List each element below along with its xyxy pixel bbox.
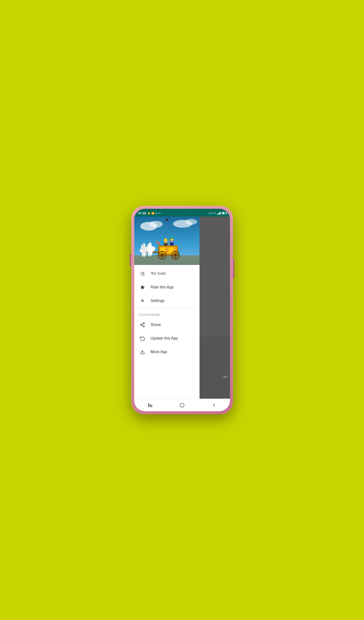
menu-item-settings[interactable]: Settings	[134, 294, 200, 308]
svg-point-70	[140, 324, 142, 326]
svg-rect-5	[134, 255, 200, 265]
svg-marker-68	[140, 285, 144, 289]
wifi-icon: 📶	[151, 212, 154, 215]
svg-line-73	[142, 324, 143, 325]
svg-point-61	[171, 236, 173, 238]
camera-dot	[166, 218, 168, 221]
status-right: Vo) LTE	[208, 212, 226, 215]
svg-rect-63	[140, 273, 141, 274]
back-button[interactable]	[208, 399, 220, 411]
svg-rect-47	[149, 251, 150, 255]
communicate-section-header: Communicate	[134, 310, 200, 318]
behind-rows	[200, 217, 230, 399]
svg-rect-40	[143, 252, 144, 256]
star-icon	[139, 284, 146, 291]
svg-rect-64	[140, 275, 141, 275]
wrench-icon	[139, 297, 146, 304]
header-image	[134, 217, 200, 265]
drawer-header	[134, 217, 200, 265]
menu-item-update-app[interactable]: Update this App	[134, 332, 200, 345]
phone-device: 07:36 🔔 📶 ⊕ ••• Vo) LTE	[131, 206, 233, 414]
share-label: Share	[151, 323, 161, 327]
svg-line-72	[142, 325, 143, 326]
menu-item-share[interactable]: Share	[134, 318, 200, 332]
svg-rect-33	[148, 253, 149, 256]
navigation-bar	[134, 399, 230, 411]
menu-item-gita-adhyay[interactable]: গীতা অধ্যায়	[134, 267, 200, 280]
rate-app-label: Rate this App	[151, 285, 174, 289]
svg-point-4	[185, 219, 197, 225]
svg-point-2	[149, 221, 163, 228]
signal-bars	[217, 212, 221, 215]
list-icon	[139, 270, 146, 277]
behind-row-7	[200, 296, 230, 310]
svg-rect-75	[148, 403, 149, 407]
status-time: 07:36	[138, 211, 146, 215]
download-icon	[139, 349, 146, 355]
behind-row-3	[200, 243, 230, 256]
content-area: গীতা অধ্যায় Rate this App	[134, 217, 230, 399]
behind-row-6	[200, 283, 230, 296]
svg-rect-67	[142, 275, 144, 275]
svg-rect-77	[151, 405, 152, 407]
gita-adhyay-label: গীতা অধ্যায়	[151, 271, 166, 276]
svg-rect-53	[164, 240, 167, 241]
behind-row-9	[200, 323, 230, 336]
chariot-illustration	[134, 217, 200, 265]
compass-icon: ⊕	[155, 212, 157, 215]
behind-row-5	[200, 270, 230, 283]
svg-point-69	[143, 323, 144, 324]
menu-divider	[134, 309, 200, 309]
status-icons: 🔔 📶 ⊕ •••	[147, 212, 161, 215]
phone-screen-container: 07:36 🔔 📶 ⊕ ••• Vo) LTE	[134, 209, 230, 411]
main-content-behind: যোগ	[200, 217, 230, 399]
svg-rect-41	[145, 252, 146, 256]
screen: 07:36 🔔 📶 ⊕ ••• Vo) LTE	[134, 209, 230, 411]
navigation-drawer: গীতা অধ্যায় Rate this App	[134, 217, 200, 399]
svg-rect-48	[151, 251, 152, 255]
svg-point-78	[180, 403, 184, 407]
recent-apps-button[interactable]	[144, 399, 156, 411]
behind-row-4	[200, 256, 230, 270]
update-icon	[139, 335, 146, 342]
svg-rect-62	[140, 272, 141, 273]
battery-icon	[222, 212, 226, 214]
alarm-icon: 🔔	[147, 212, 150, 215]
settings-label: Settings	[151, 299, 165, 303]
more-icon: •••	[158, 212, 161, 215]
home-button[interactable]	[176, 399, 188, 411]
svg-rect-26	[142, 253, 143, 257]
behind-row-8	[200, 310, 230, 323]
svg-rect-59	[170, 239, 173, 240]
svg-point-50	[149, 243, 150, 244]
svg-rect-76	[150, 404, 151, 407]
menu-item-more-app[interactable]: More App	[134, 345, 200, 359]
behind-text: যোগ	[223, 375, 228, 379]
update-app-label: Update this App	[151, 336, 178, 341]
svg-rect-65	[142, 272, 144, 273]
svg-point-43	[143, 244, 144, 245]
behind-row-1	[200, 217, 230, 230]
more-app-label: More App	[151, 350, 167, 354]
status-left: 07:36 🔔 📶 ⊕ •••	[138, 211, 161, 215]
network-label: Vo) LTE	[208, 212, 216, 214]
svg-rect-66	[142, 273, 144, 274]
svg-point-71	[143, 326, 144, 327]
share-icon	[139, 321, 146, 328]
status-bar: 07:36 🔔 📶 ⊕ ••• Vo) LTE	[134, 209, 230, 217]
drawer-menu: গীতা অধ্যায় Rate this App	[134, 265, 200, 399]
menu-item-rate-app[interactable]: Rate this App	[134, 280, 200, 294]
behind-row-2	[200, 230, 230, 243]
